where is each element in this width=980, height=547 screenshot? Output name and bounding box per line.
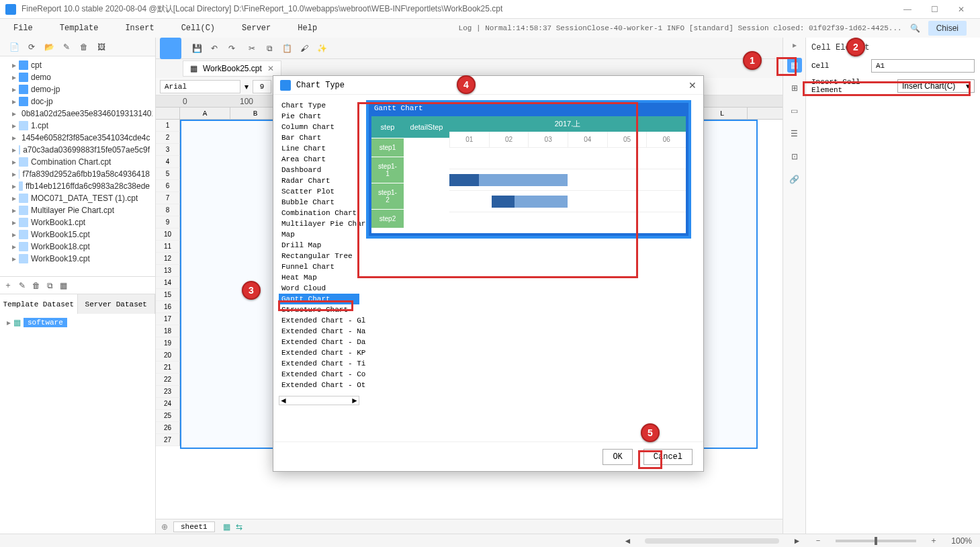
scroll-left-icon[interactable]: ◄ — [624, 536, 632, 546]
tab-server-dataset[interactable]: Server Dataset — [78, 294, 156, 314]
sheet-tab[interactable]: sheet1 — [173, 521, 215, 532]
cut-icon[interactable]: ✂ — [244, 41, 259, 56]
column-header[interactable]: L — [697, 108, 748, 119]
filetree-item[interactable]: ▸demo-jp — [3, 83, 152, 95]
row-header[interactable]: 13 — [156, 265, 180, 277]
menu-server[interactable]: Server — [242, 24, 271, 33]
filetree-item[interactable]: ▸WorkBook15.cpt — [3, 228, 152, 241]
picture-icon[interactable]: 🖼 — [95, 40, 108, 54]
filetree-item[interactable]: ▸Multilayer Pie Chart.cpt — [3, 204, 152, 216]
chart-type-item[interactable]: Bubble Chart — [279, 197, 359, 208]
delete-dataset-icon[interactable]: 🗑 — [32, 281, 40, 290]
row-header[interactable]: 9 — [156, 216, 180, 228]
filetree-item[interactable]: ▸1454e60582f3f85ace3541034cde4c — [3, 132, 152, 144]
select-all-corner[interactable] — [156, 108, 180, 119]
filetree-item[interactable]: ▸ffb14eb1216ffda6c9983a28c38ede — [3, 180, 152, 192]
chart-type-item[interactable]: Pie Chart — [279, 111, 359, 122]
sheet-icon-1[interactable]: ▦ — [223, 522, 230, 532]
menu-help[interactable]: Help — [298, 24, 317, 33]
ok-button[interactable]: OK — [603, 449, 632, 465]
close-button[interactable]: ✕ — [948, 5, 975, 14]
filetree-item[interactable]: ▸WorkBook19.cpt — [3, 253, 152, 265]
zoom-slider[interactable] — [836, 540, 916, 542]
redo-icon[interactable]: ↷ — [224, 41, 239, 56]
chart-type-item[interactable]: Map — [279, 229, 359, 240]
scrollbar-h[interactable] — [645, 538, 779, 544]
close-tab-icon[interactable]: ✕ — [267, 64, 274, 73]
chart-type-list[interactable]: Chart Type Pie ChartColumn ChartBar Char… — [279, 100, 359, 436]
chart-type-item[interactable]: Bar Chart — [279, 132, 359, 143]
chart-type-item[interactable]: Heat Map — [279, 272, 359, 283]
menu-file[interactable]: File — [13, 24, 33, 33]
font-name-select[interactable] — [160, 80, 240, 93]
row-header[interactable]: 26 — [156, 422, 180, 434]
preview-dataset-icon[interactable]: ▦ — [60, 281, 67, 290]
chart-type-item[interactable]: Extended Chart - Ot — [279, 380, 359, 390]
chart-type-item[interactable]: Multilayer Pie Char — [279, 218, 359, 229]
filetree-item[interactable]: ▸0b81a02d25aee35e83460193131401 — [3, 108, 152, 120]
paste-icon[interactable]: 📋 — [279, 41, 294, 56]
filetree-item[interactable]: ▸demo — [3, 71, 152, 83]
row-header[interactable]: 12 — [156, 253, 180, 265]
row-header[interactable]: 2 — [156, 132, 180, 144]
dataset-item[interactable]: ▸▦software — [3, 317, 152, 329]
save-icon[interactable]: 💾 — [189, 41, 204, 56]
row-header[interactable]: 27 — [156, 434, 180, 446]
expand-icon[interactable]: ▭ — [787, 103, 802, 118]
row-header[interactable]: 22 — [156, 374, 180, 386]
condition-icon[interactable]: ☰ — [787, 126, 802, 141]
row-header[interactable]: 16 — [156, 301, 180, 313]
maximize-button[interactable]: ☐ — [921, 5, 948, 14]
row-header[interactable]: 19 — [156, 337, 180, 349]
filetree-item[interactable]: ▸WorkBook1.cpt — [3, 216, 152, 228]
user-badge[interactable]: Chisei — [928, 21, 967, 36]
row-header[interactable]: 20 — [156, 349, 180, 362]
copy-icon[interactable]: ⧉ — [262, 41, 277, 56]
cell-value-input[interactable] — [871, 59, 975, 73]
filetree-item[interactable]: ▸MOC071_DATA_TEST (1).cpt — [3, 192, 152, 204]
rename-icon[interactable]: ✎ — [60, 40, 73, 54]
chart-type-item[interactable]: Extended Chart - Da — [279, 337, 359, 347]
filetree-item[interactable]: ▸doc-jp — [3, 95, 152, 108]
chart-type-item[interactable]: Combination Chart — [279, 208, 359, 218]
collapse-rail-icon[interactable]: ▸ — [793, 40, 797, 50]
chart-type-item[interactable]: Radar Chart — [279, 175, 359, 186]
row-header[interactable]: 25 — [156, 410, 180, 422]
format-painter-icon[interactable]: 🖌 — [297, 41, 312, 56]
search-icon[interactable]: 🔍 — [910, 24, 920, 33]
hyperlink-icon[interactable]: 🔗 — [787, 172, 802, 187]
filetree-item[interactable]: ▸cpt — [3, 59, 152, 71]
row-header[interactable]: 15 — [156, 289, 180, 301]
menu-template[interactable]: Template — [60, 24, 99, 33]
row-header[interactable]: 18 — [156, 325, 180, 337]
cell-attr-icon[interactable]: ⊞ — [787, 81, 802, 95]
row-header[interactable]: 10 — [156, 228, 180, 241]
zoom-in-icon[interactable]: ＋ — [930, 535, 938, 546]
cell-element-icon[interactable]: ▦ — [787, 58, 802, 73]
chart-type-item[interactable]: Area Chart — [279, 154, 359, 165]
chart-type-item[interactable]: Column Chart — [279, 122, 359, 132]
row-header[interactable]: 21 — [156, 362, 180, 374]
chart-type-item[interactable]: Gantt Chart — [279, 294, 359, 304]
chart-type-item[interactable]: Extended Chart - Gl — [279, 315, 359, 326]
minimize-button[interactable]: — — [894, 5, 921, 14]
chart-type-item[interactable]: Drill Map — [279, 240, 359, 251]
chart-type-item[interactable]: Funnel Chart — [279, 261, 359, 272]
insert-element-select[interactable]: Insert Chart(C) ▾ — [897, 79, 975, 93]
refresh-icon[interactable]: ⟳ — [25, 40, 38, 54]
chart-type-item[interactable]: Structure Chart — [279, 304, 359, 315]
filetree-item[interactable]: ▸f7fa839d2952a6fbb19a58c4936418 — [3, 168, 152, 180]
tab-template-dataset[interactable]: Template Dataset — [0, 294, 78, 314]
row-header[interactable]: 7 — [156, 192, 180, 204]
widget-icon[interactable]: ⊡ — [787, 149, 802, 164]
row-header[interactable]: 1 — [156, 120, 180, 132]
chart-type-item[interactable]: Rectangular Tree — [279, 251, 359, 261]
scroll-right-icon[interactable]: ► — [793, 536, 801, 546]
chart-type-item[interactable]: Line Chart — [279, 143, 359, 154]
filetree-item[interactable]: ▸Combination Chart.cpt — [3, 156, 152, 168]
filetree-item[interactable]: ▸1.cpt — [3, 120, 152, 132]
edit-dataset-icon[interactable]: ✎ — [19, 281, 26, 290]
filetree-item[interactable]: ▸WorkBook18.cpt — [3, 241, 152, 253]
row-header[interactable]: 8 — [156, 204, 180, 216]
row-header[interactable]: 4 — [156, 156, 180, 168]
